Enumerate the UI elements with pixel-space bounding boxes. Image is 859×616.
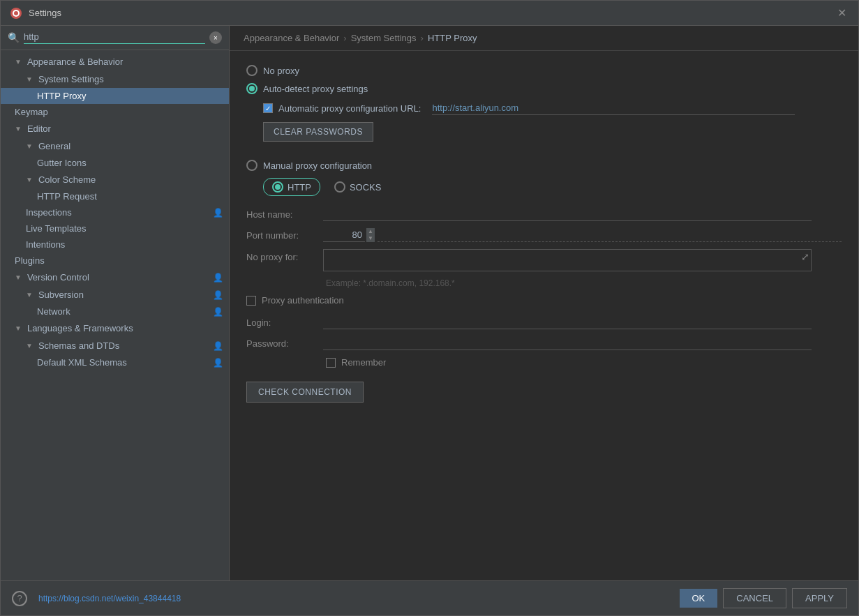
collapse-arrow-editor: ▼ (15, 125, 22, 133)
password-input[interactable] (323, 336, 812, 350)
port-decrement-button[interactable]: ▼ (366, 235, 375, 242)
no-proxy-for-input-area[interactable]: ⤢ (323, 249, 812, 271)
proxy-auth-checkbox[interactable] (246, 296, 256, 306)
sidebar-item-network[interactable]: Network 👤 (1, 303, 229, 320)
search-box: 🔍 × (1, 26, 229, 50)
editor-label: Editor (27, 123, 51, 134)
gutter-icons-label: Gutter Icons (37, 158, 87, 168)
no-proxy-label: No proxy (263, 66, 299, 76)
auto-proxy-url-label: Automatic proxy configuration URL: (278, 103, 421, 114)
network-label: Network (37, 306, 70, 317)
ok-button[interactable]: OK (680, 589, 718, 608)
sidebar: 🔍 × ▼ Appearance & Behavior ▼ System Set… (1, 26, 230, 580)
port-increment-button[interactable]: ▲ (366, 228, 375, 235)
collapse-arrow-vc: ▼ (15, 273, 22, 281)
settings-window: Settings ✕ 🔍 × ▼ Appearance & Behavior ▼ (0, 0, 859, 616)
http-wrapper: HTTP (263, 178, 320, 196)
sidebar-item-http-proxy[interactable]: HTTP Proxy (1, 88, 229, 104)
sidebar-item-color-scheme[interactable]: ▼ Color Scheme (1, 171, 229, 188)
host-name-input[interactable] (323, 207, 812, 221)
sidebar-item-general[interactable]: ▼ General (1, 137, 229, 155)
http-radio[interactable] (272, 181, 283, 193)
vc-avatar-icon: 👤 (213, 273, 223, 283)
check-connection-button[interactable]: CHECK CONNECTION (246, 382, 364, 403)
auto-proxy-checkbox[interactable]: ✓ (263, 103, 273, 113)
proxy-url-input[interactable] (432, 101, 795, 115)
sidebar-item-plugins[interactable]: Plugins (1, 253, 229, 269)
sidebar-item-keymap[interactable]: Keymap (1, 104, 229, 120)
sidebar-item-gutter-icons[interactable]: Gutter Icons (1, 155, 229, 171)
port-number-label: Port number: (246, 230, 323, 241)
sidebar-item-default-xml[interactable]: Default XML Schemas 👤 (1, 354, 229, 370)
clear-passwords-button[interactable]: CLEAR PASSWORDS (263, 122, 373, 142)
no-proxy-for-row: No proxy for: ⤢ (246, 249, 842, 271)
panel-content: No proxy Auto-detect proxy settings ✓ Au… (230, 51, 858, 580)
breadcrumb-sep1: › (343, 33, 346, 43)
breadcrumb-part1: Appearance & Behavior (244, 33, 339, 43)
login-input[interactable] (323, 315, 812, 329)
manual-proxy-option[interactable]: Manual proxy configuration (246, 160, 842, 171)
svg-point-2 (14, 11, 18, 15)
sidebar-item-subversion[interactable]: ▼ Subversion 👤 (1, 286, 229, 303)
no-proxy-option[interactable]: No proxy (246, 65, 842, 76)
auto-detect-radio[interactable] (246, 83, 257, 94)
system-settings-label: System Settings (38, 74, 104, 84)
sidebar-item-editor[interactable]: ▼ Editor (1, 120, 229, 137)
http-proxy-label: HTTP Proxy (37, 91, 87, 101)
search-input[interactable] (24, 31, 205, 44)
remember-checkbox[interactable] (326, 358, 336, 368)
proxy-auth-row: Proxy authentication (246, 295, 842, 306)
auto-detect-option[interactable]: Auto-detect proxy settings (246, 83, 842, 94)
schemas-dtds-label: Schemas and DTDs (38, 340, 119, 351)
sidebar-item-schemas-dtds[interactable]: ▼ Schemas and DTDs 👤 (1, 337, 229, 354)
no-proxy-expand-button[interactable]: ⤢ (801, 251, 809, 262)
apply-button[interactable]: APPLY (792, 588, 847, 608)
sidebar-item-intentions[interactable]: Intentions (1, 236, 229, 253)
manual-proxy-radio[interactable] (246, 160, 257, 171)
xml-avatar-icon: 👤 (213, 358, 223, 368)
keymap-label: Keymap (15, 107, 48, 117)
breadcrumb: Appearance & Behavior › System Settings … (230, 26, 858, 51)
inspections-avatar-icon: 👤 (213, 208, 223, 218)
sidebar-item-inspections[interactable]: Inspections 👤 (1, 204, 229, 220)
default-xml-label: Default XML Schemas (37, 357, 127, 368)
socks-option[interactable]: SOCKS (334, 181, 382, 193)
breadcrumb-part3: HTTP Proxy (428, 33, 477, 43)
status-url: https://blog.csdn.net/weixin_43844418 (38, 594, 181, 603)
socks-label: SOCKS (350, 182, 382, 193)
cancel-button[interactable]: CANCEL (723, 588, 786, 608)
no-proxy-radio[interactable] (246, 65, 257, 76)
no-proxy-hint: Example: *.domain.com, 192.168.* (326, 278, 842, 288)
sidebar-item-languages-frameworks[interactable]: ▼ Languages & Frameworks (1, 320, 229, 337)
plugins-label: Plugins (15, 255, 45, 266)
http-request-label: HTTP Request (37, 191, 97, 202)
auto-proxy-config-section: ✓ Automatic proxy configuration URL: CLE… (263, 101, 842, 151)
sidebar-item-appearance-behavior[interactable]: ▼ Appearance & Behavior (1, 53, 229, 70)
sidebar-item-live-templates[interactable]: Live Templates (1, 220, 229, 236)
breadcrumb-sep2: › (421, 33, 424, 43)
remember-label: Remember (341, 357, 386, 368)
search-icon: 🔍 (8, 32, 20, 43)
socks-radio[interactable] (334, 181, 345, 193)
help-button[interactable]: ? (12, 591, 27, 606)
checkbox-check-icon: ✓ (265, 105, 271, 112)
http-option[interactable]: HTTP (263, 178, 320, 196)
version-control-label: Version Control (27, 272, 89, 283)
auto-proxy-url-row: ✓ Automatic proxy configuration URL: (263, 101, 842, 115)
bottom-buttons: OK CANCEL APPLY (680, 588, 848, 608)
sidebar-item-version-control[interactable]: ▼ Version Control 👤 (1, 269, 229, 286)
bottom-bar: ? https://blog.csdn.net/weixin_43844418 … (1, 580, 858, 615)
auto-detect-label: Auto-detect proxy settings (263, 84, 368, 94)
port-number-input[interactable] (323, 228, 365, 242)
close-button[interactable]: ✕ (833, 5, 850, 22)
search-clear-button[interactable]: × (209, 31, 222, 44)
sidebar-item-system-settings[interactable]: ▼ System Settings (1, 70, 229, 88)
live-templates-label: Live Templates (26, 223, 86, 234)
inspections-label: Inspections (26, 207, 72, 218)
collapse-arrow-svn: ▼ (26, 291, 33, 299)
window-title: Settings (29, 8, 833, 18)
color-scheme-label: Color Scheme (38, 174, 96, 185)
collapse-arrow-lang: ▼ (15, 324, 22, 332)
right-panel: Appearance & Behavior › System Settings … (230, 26, 858, 580)
sidebar-item-http-request[interactable]: HTTP Request (1, 188, 229, 204)
